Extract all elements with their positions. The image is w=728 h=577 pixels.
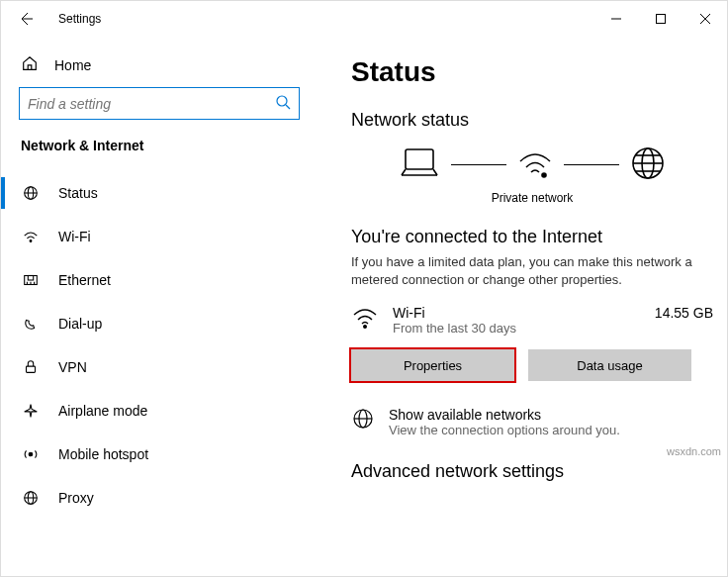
nav-label: Proxy (58, 490, 94, 506)
wifi-info: Wi-Fi From the last 30 days (393, 305, 641, 336)
svg-point-27 (364, 326, 367, 329)
dialup-icon (21, 315, 41, 333)
svg-point-21 (542, 173, 546, 177)
content-area: Home Network & Internet (1, 37, 727, 576)
sidebar: Home Network & Internet (1, 37, 318, 576)
svg-rect-15 (27, 366, 36, 372)
settings-window: Settings Home (0, 0, 728, 577)
search-input[interactable] (28, 96, 275, 112)
svg-point-4 (277, 96, 287, 106)
titlebar: Settings (1, 1, 727, 37)
search-icon (275, 94, 291, 113)
nav-item-proxy[interactable]: Proxy (1, 476, 318, 520)
home-link[interactable]: Home (1, 48, 318, 87)
available-title: Show available networks (389, 407, 620, 423)
nav-label: Wi-Fi (58, 229, 91, 244)
svg-point-16 (29, 452, 33, 456)
nav-item-ethernet[interactable]: Ethernet (1, 258, 318, 302)
properties-button[interactable]: Properties (351, 349, 514, 381)
nav-item-airplane[interactable]: Airplane mode (1, 389, 318, 433)
svg-point-9 (30, 240, 32, 242)
nav-label: Ethernet (58, 272, 111, 288)
nav-label: VPN (58, 359, 87, 375)
laptop-icon (398, 145, 441, 184)
page-title: Status (351, 56, 713, 88)
wifi-usage-row: Wi-Fi From the last 30 days 14.55 GB (351, 305, 713, 336)
network-status-heading: Network status (351, 110, 713, 131)
nav-item-hotspot[interactable]: Mobile hotspot (1, 433, 318, 476)
diagram-label: Private network (351, 191, 713, 205)
advanced-settings-heading: Advanced network settings (351, 461, 713, 482)
diagram-line (564, 164, 619, 166)
maximize-button[interactable] (638, 4, 682, 34)
home-icon (21, 54, 39, 75)
wifi-name: Wi-Fi (393, 305, 641, 321)
svg-line-5 (286, 105, 290, 109)
nav-label: Airplane mode (58, 403, 147, 419)
available-networks-row[interactable]: Show available networks View the connect… (351, 407, 713, 437)
section-label: Network & Internet (1, 138, 318, 171)
nav-label: Dial-up (58, 316, 102, 332)
airplane-icon (21, 402, 41, 420)
globe-icon-small (351, 407, 375, 433)
nav-list: Status Wi-Fi Eth (1, 171, 318, 520)
proxy-icon (21, 489, 41, 507)
available-sub: View the connection options around you. (389, 423, 620, 437)
button-row: Properties Data usage (351, 349, 713, 381)
back-button[interactable] (17, 10, 35, 28)
nav-label: Mobile hotspot (58, 446, 148, 462)
svg-rect-20 (406, 149, 433, 169)
vpn-icon (21, 358, 41, 376)
watermark: wsxdn.com (667, 445, 721, 457)
network-diagram (351, 144, 713, 185)
ethernet-icon (21, 271, 41, 289)
connected-title: You're connected to the Internet (351, 227, 713, 247)
window-title: Settings (58, 12, 101, 26)
nav-item-vpn[interactable]: VPN (1, 345, 318, 389)
svg-rect-1 (656, 15, 665, 24)
nav-item-status[interactable]: Status (1, 171, 318, 215)
svg-rect-11 (28, 276, 33, 281)
status-icon (21, 184, 41, 202)
hotspot-icon (21, 445, 41, 463)
titlebar-left: Settings (17, 10, 101, 28)
globe-icon (629, 144, 667, 185)
wifi-icon (21, 228, 41, 245)
wifi-usage-value: 14.55 GB (655, 305, 713, 321)
nav-item-wifi[interactable]: Wi-Fi (1, 215, 318, 258)
close-button[interactable] (682, 4, 727, 34)
home-label: Home (54, 57, 91, 73)
nav-item-dialup[interactable]: Dial-up (1, 302, 318, 345)
window-controls (593, 4, 727, 34)
available-info: Show available networks View the connect… (389, 407, 620, 437)
connected-desc: If you have a limited data plan, you can… (351, 253, 713, 289)
diagram-line (451, 164, 506, 166)
main-panel: Status Network status (318, 37, 727, 576)
wifi-sub: From the last 30 days (393, 321, 641, 336)
nav-label: Status (58, 185, 98, 201)
wifi-icon-small (351, 305, 379, 334)
search-box[interactable] (19, 87, 300, 120)
minimize-button[interactable] (593, 4, 638, 34)
wifi-signal-icon (516, 145, 554, 184)
data-usage-button[interactable]: Data usage (528, 349, 691, 381)
